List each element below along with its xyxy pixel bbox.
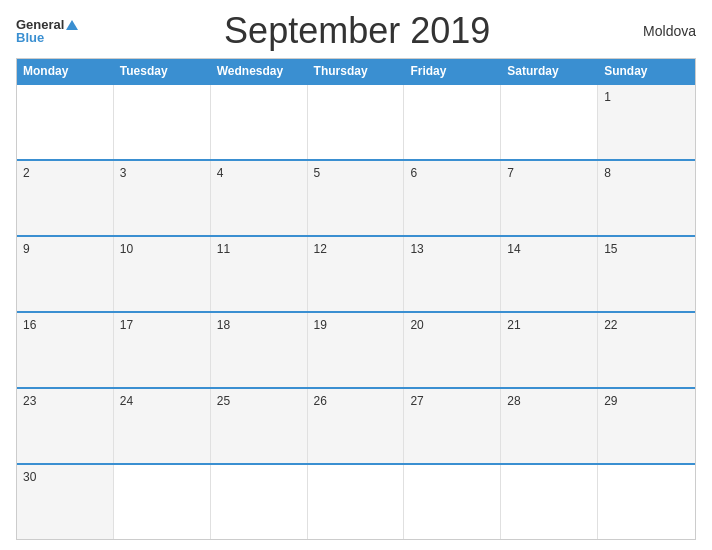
weekday-header-sunday: Sunday [598, 59, 695, 83]
calendar-cell: 20 [404, 313, 501, 387]
day-number: 18 [217, 318, 301, 332]
calendar-cell: 1 [598, 85, 695, 159]
day-number: 24 [120, 394, 204, 408]
calendar-cell: 19 [308, 313, 405, 387]
calendar-page: General Blue September 2019 Moldova Mond… [0, 0, 712, 550]
day-number: 6 [410, 166, 494, 180]
calendar-cell: 18 [211, 313, 308, 387]
day-number: 21 [507, 318, 591, 332]
calendar-row-3: 16171819202122 [17, 311, 695, 387]
day-number: 15 [604, 242, 689, 256]
calendar-row-1: 2345678 [17, 159, 695, 235]
calendar-row-0: 1 [17, 83, 695, 159]
calendar-cell: 29 [598, 389, 695, 463]
calendar-cell: 15 [598, 237, 695, 311]
calendar-cell: 12 [308, 237, 405, 311]
weekday-header-friday: Friday [404, 59, 501, 83]
weekday-header-wednesday: Wednesday [211, 59, 308, 83]
calendar-cell: 16 [17, 313, 114, 387]
logo: General Blue [16, 18, 78, 44]
day-number: 2 [23, 166, 107, 180]
weekday-header-monday: Monday [17, 59, 114, 83]
calendar-cell [501, 85, 598, 159]
calendar-cell: 22 [598, 313, 695, 387]
calendar-body: 1234567891011121314151617181920212223242… [17, 83, 695, 539]
calendar-cell: 30 [17, 465, 114, 539]
calendar-cell: 5 [308, 161, 405, 235]
day-number: 8 [604, 166, 689, 180]
day-number: 11 [217, 242, 301, 256]
calendar-cell [114, 85, 211, 159]
calendar-cell: 28 [501, 389, 598, 463]
calendar-cell [598, 465, 695, 539]
calendar-cell: 9 [17, 237, 114, 311]
day-number: 30 [23, 470, 107, 484]
calendar-cell: 25 [211, 389, 308, 463]
calendar-cell [308, 465, 405, 539]
calendar-cell: 4 [211, 161, 308, 235]
day-number: 25 [217, 394, 301, 408]
day-number: 12 [314, 242, 398, 256]
calendar-cell: 27 [404, 389, 501, 463]
day-number: 14 [507, 242, 591, 256]
calendar-cell: 13 [404, 237, 501, 311]
calendar-cell: 7 [501, 161, 598, 235]
calendar-cell [211, 465, 308, 539]
day-number: 16 [23, 318, 107, 332]
day-number: 22 [604, 318, 689, 332]
day-number: 9 [23, 242, 107, 256]
calendar-row-5: 30 [17, 463, 695, 539]
day-number: 1 [604, 90, 689, 104]
calendar-row-4: 23242526272829 [17, 387, 695, 463]
calendar-cell: 2 [17, 161, 114, 235]
country-label: Moldova [636, 23, 696, 39]
calendar-cell [501, 465, 598, 539]
calendar-header: MondayTuesdayWednesdayThursdayFridaySatu… [17, 59, 695, 83]
weekday-header-tuesday: Tuesday [114, 59, 211, 83]
calendar-cell: 6 [404, 161, 501, 235]
calendar-cell: 24 [114, 389, 211, 463]
page-title: September 2019 [78, 10, 636, 52]
day-number: 4 [217, 166, 301, 180]
weekday-header-thursday: Thursday [308, 59, 405, 83]
calendar-cell: 10 [114, 237, 211, 311]
calendar-cell [211, 85, 308, 159]
calendar-cell: 8 [598, 161, 695, 235]
day-number: 23 [23, 394, 107, 408]
day-number: 7 [507, 166, 591, 180]
calendar-cell: 21 [501, 313, 598, 387]
calendar-cell [17, 85, 114, 159]
day-number: 28 [507, 394, 591, 408]
calendar-cell: 11 [211, 237, 308, 311]
calendar-cell: 3 [114, 161, 211, 235]
calendar-cell [404, 465, 501, 539]
day-number: 26 [314, 394, 398, 408]
day-number: 13 [410, 242, 494, 256]
logo-blue-text: Blue [16, 31, 44, 44]
day-number: 17 [120, 318, 204, 332]
calendar-cell [114, 465, 211, 539]
logo-triangle-icon [66, 20, 78, 30]
calendar-cell: 26 [308, 389, 405, 463]
weekday-header-saturday: Saturday [501, 59, 598, 83]
day-number: 20 [410, 318, 494, 332]
day-number: 5 [314, 166, 398, 180]
day-number: 10 [120, 242, 204, 256]
page-header: General Blue September 2019 Moldova [16, 10, 696, 52]
calendar-row-2: 9101112131415 [17, 235, 695, 311]
calendar-cell: 17 [114, 313, 211, 387]
day-number: 3 [120, 166, 204, 180]
day-number: 27 [410, 394, 494, 408]
calendar-cell [404, 85, 501, 159]
calendar-cell: 23 [17, 389, 114, 463]
day-number: 29 [604, 394, 689, 408]
calendar-cell: 14 [501, 237, 598, 311]
calendar-cell [308, 85, 405, 159]
day-number: 19 [314, 318, 398, 332]
calendar: MondayTuesdayWednesdayThursdayFridaySatu… [16, 58, 696, 540]
